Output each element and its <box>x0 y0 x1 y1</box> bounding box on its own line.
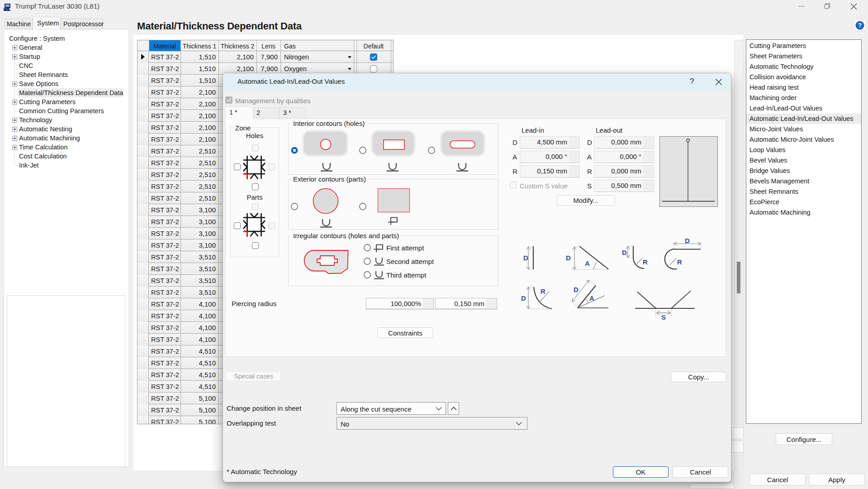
svg-text:R: R <box>541 288 545 295</box>
svg-text:D: D <box>685 237 690 244</box>
svg-text:D: D <box>566 254 571 262</box>
svg-text:D: D <box>574 286 579 293</box>
svg-text:R: R <box>643 258 648 266</box>
svg-text:R: R <box>677 258 682 266</box>
svg-text:A: A <box>589 294 594 302</box>
svg-text:S: S <box>661 313 666 321</box>
svg-text:A: A <box>585 259 590 267</box>
svg-text:D: D <box>622 249 627 256</box>
svg-text:D: D <box>523 254 528 262</box>
svg-text:D: D <box>521 294 526 302</box>
svg-text:?: ? <box>858 22 862 29</box>
